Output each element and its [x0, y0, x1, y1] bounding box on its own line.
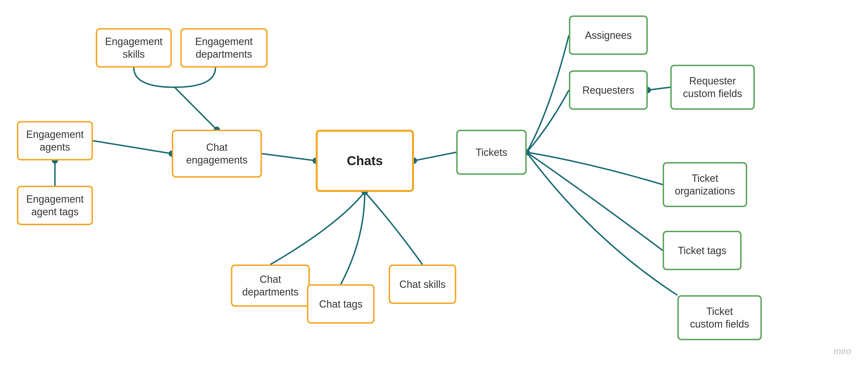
engagement-skills-label: Engagementskills: [105, 35, 162, 61]
chat-tags-label: Chat tags: [319, 298, 363, 310]
chat-departments-label: Chatdepartments: [242, 273, 299, 298]
tickets-node: Tickets: [456, 130, 527, 175]
engagement-departments-node: Engagementdepartments: [180, 28, 268, 68]
chat-engagements-node: Chatengagements: [172, 130, 262, 177]
ticket-custom-fields-node: Ticketcustom fields: [677, 295, 762, 340]
chat-departments-node: Chatdepartments: [231, 265, 310, 307]
chat-skills-label: Chat skills: [399, 278, 445, 291]
chat-skills-node: Chat skills: [389, 265, 456, 304]
chat-engagements-label: Chatengagements: [186, 141, 248, 166]
svg-line-4: [175, 87, 217, 130]
svg-line-6: [262, 154, 316, 161]
chats-node: Chats: [316, 130, 414, 192]
svg-line-12: [648, 87, 670, 90]
miro-watermark: miro: [834, 346, 851, 357]
svg-line-8: [414, 152, 456, 161]
tickets-label: Tickets: [476, 146, 507, 159]
engagement-agent-tags-node: Engagementagent tags: [17, 186, 93, 225]
requesters-label: Requesters: [582, 84, 634, 97]
ticket-organizations-node: Ticketorganizations: [663, 162, 747, 207]
requesters-node: Requesters: [569, 70, 648, 110]
engagement-agents-label: Engagementagents: [26, 128, 84, 153]
requester-custom-fields-node: Requestercustom fields: [670, 65, 755, 110]
assignees-label: Assignees: [585, 29, 632, 42]
engagement-departments-label: Engagementdepartments: [195, 35, 253, 61]
engagement-agents-node: Engagementagents: [17, 121, 93, 160]
chat-tags-node: Chat tags: [307, 284, 375, 324]
engagement-skills-node: Engagementskills: [96, 28, 172, 68]
ticket-tags-label: Ticket tags: [678, 244, 726, 257]
assignees-node: Assignees: [569, 15, 648, 55]
ticket-custom-fields-label: Ticketcustom fields: [690, 305, 749, 330]
svg-line-0: [93, 141, 172, 154]
requester-custom-fields-label: Requestercustom fields: [683, 74, 742, 100]
ticket-tags-node: Ticket tags: [663, 231, 742, 270]
engagement-agent-tags-label: Engagementagent tags: [26, 193, 84, 218]
ticket-organizations-label: Ticketorganizations: [675, 172, 735, 197]
chats-label: Chats: [347, 153, 383, 169]
